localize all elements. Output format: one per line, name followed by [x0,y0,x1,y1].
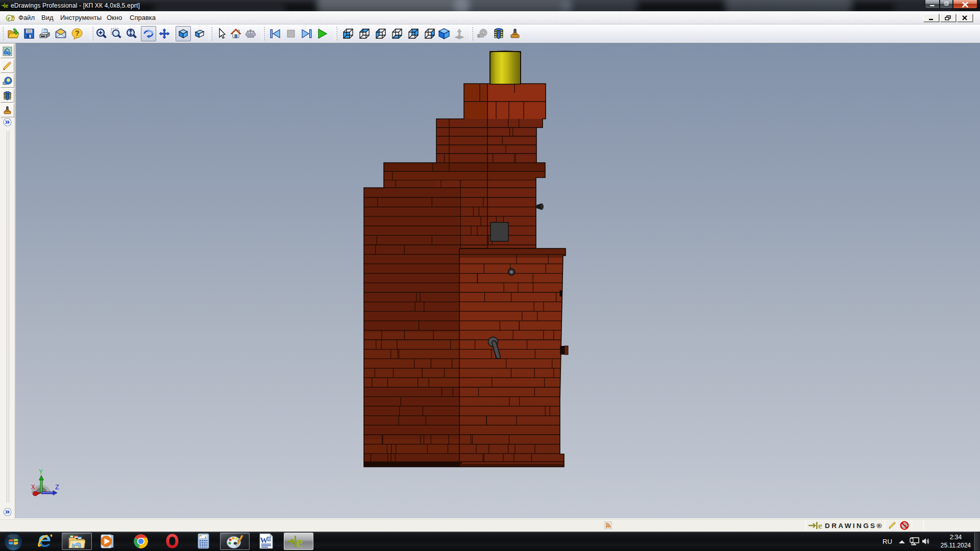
svg-text:X: X [31,484,35,491]
svg-text:e: e [296,535,303,548]
svg-text:?: ? [75,29,80,37]
svg-text:DRAWINGS®: DRAWINGS® [825,522,884,530]
svg-text:W: W [260,536,268,544]
svg-text:Z: Z [55,484,59,491]
svg-text:8: 8 [205,536,207,539]
svg-text:Y: Y [39,468,43,476]
svg-text:e: e [5,3,8,9]
svg-text:e: e [8,15,10,21]
svg-text:e: e [818,521,822,530]
